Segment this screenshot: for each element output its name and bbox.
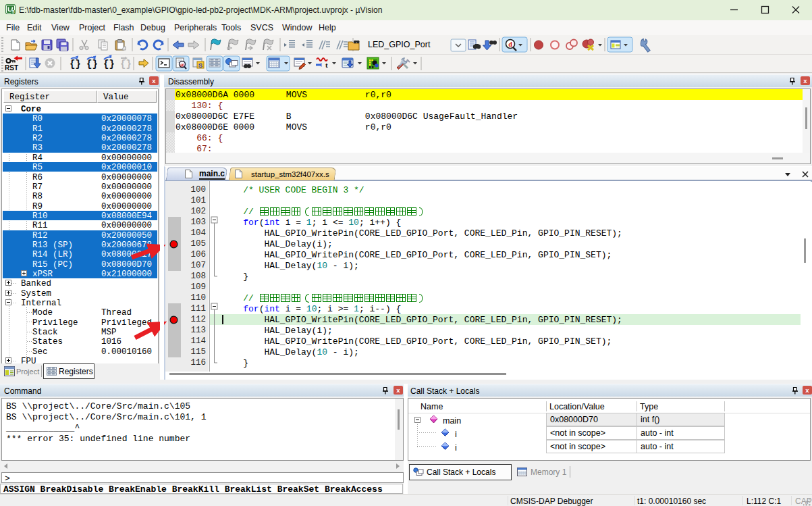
svg-text:RST: RST: [5, 64, 18, 72]
svg-text:5: 5: [12, 9, 15, 14]
svg-text:d: d: [508, 41, 512, 48]
svg-text:{}: {}: [103, 59, 115, 70]
svg-text:t: t: [325, 61, 328, 69]
svg-text:S: S: [198, 61, 202, 69]
svg-text:{}: {}: [120, 59, 132, 70]
svg-text:{}: {}: [86, 59, 98, 70]
